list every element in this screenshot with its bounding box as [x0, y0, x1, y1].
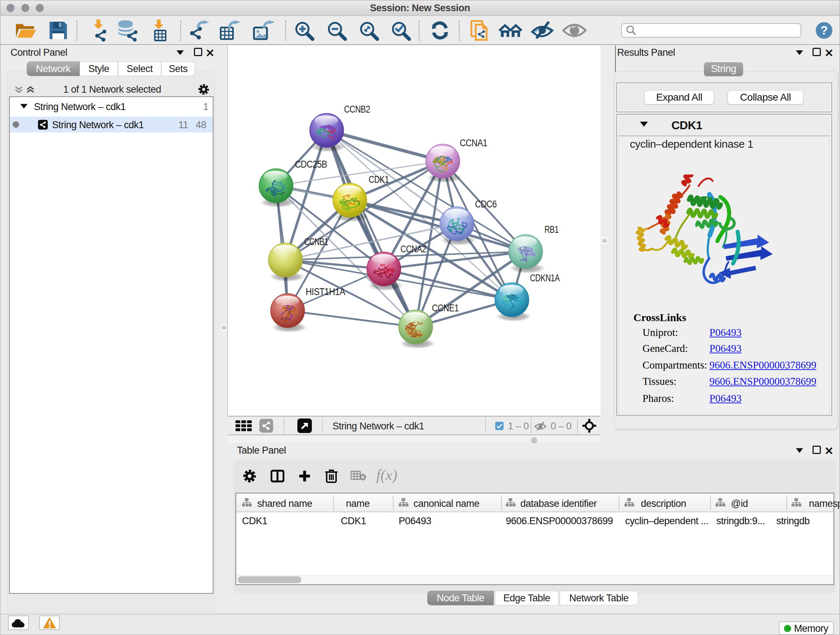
- svg-text:CCNB1: CCNB1: [304, 236, 328, 247]
- svg-text:CDC6: CDC6: [475, 199, 497, 210]
- svg-text:RB1: RB1: [545, 224, 559, 235]
- svg-text:HIST1H1A: HIST1H1A: [306, 287, 345, 297]
- svg-text:CCNB2: CCNB2: [344, 104, 370, 115]
- svg-text:CDKN1A: CDKN1A: [530, 272, 560, 283]
- svg-text:CDC25B: CDC25B: [295, 159, 327, 170]
- svg-text:CCNE1: CCNE1: [432, 302, 459, 314]
- svg-text:CCNA1: CCNA1: [460, 138, 487, 149]
- svg-text:CDK1: CDK1: [369, 174, 389, 185]
- svg-text:CCNA2: CCNA2: [401, 244, 426, 255]
- svg-text:?: ?: [821, 23, 828, 37]
